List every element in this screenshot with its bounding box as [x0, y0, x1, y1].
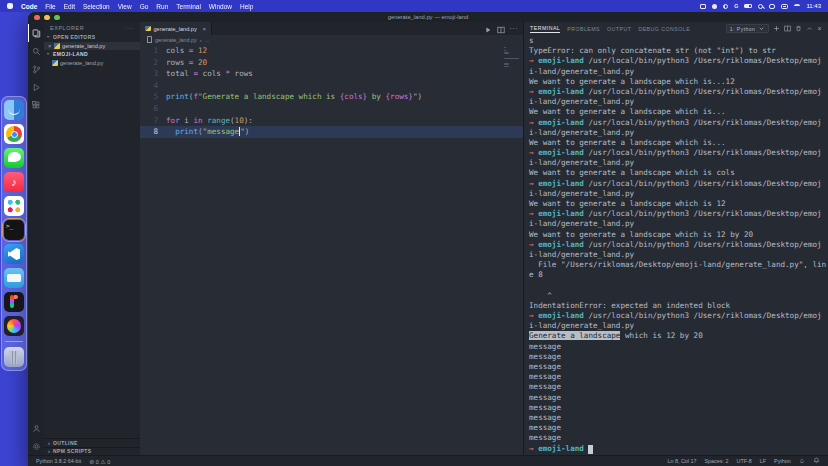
apple-menu-icon[interactable]: [7, 3, 13, 9]
terminal-line: → emoji-land /usr/local/bin/python3 /Use…: [529, 209, 828, 219]
menu-selection[interactable]: Selection: [83, 3, 110, 10]
minimap-line: [504, 47, 506, 48]
dock-vscode-icon[interactable]: [4, 244, 24, 264]
code-line[interactable]: 1cols = 12: [140, 45, 523, 57]
sidebar-actions-icon[interactable]: ···: [126, 25, 134, 31]
run-debug-icon[interactable]: [28, 78, 44, 96]
code-line[interactable]: 6: [140, 103, 523, 115]
account-icon[interactable]: [28, 419, 44, 437]
kill-terminal-icon[interactable]: [795, 25, 802, 33]
settings-gear-icon[interactable]: [28, 437, 44, 455]
notifications-bell-icon[interactable]: [813, 457, 820, 465]
code-line[interactable]: 4: [140, 80, 523, 92]
tab-generate-land[interactable]: generate_land.py ×: [140, 22, 212, 35]
terminal-line: → emoji-land /usr/local/bin/python3 /Use…: [529, 311, 828, 321]
extensions-icon[interactable]: [28, 96, 44, 114]
window-zoom-button[interactable]: [54, 15, 60, 21]
code-line[interactable]: 8 print("message"): [140, 126, 523, 138]
terminal-output[interactable]: sTypeError: can only concatenate str (no…: [524, 35, 828, 455]
menu-file[interactable]: File: [45, 3, 55, 10]
backup-status-icon[interactable]: [723, 4, 728, 9]
menu-terminal[interactable]: Terminal: [176, 3, 201, 10]
close-editor-icon[interactable]: ×: [48, 43, 52, 49]
tab-close-icon[interactable]: ×: [202, 26, 206, 32]
tab-terminal[interactable]: TERMINAL: [530, 25, 560, 33]
menu-edit[interactable]: Edit: [64, 3, 75, 10]
line-number: 4: [140, 80, 166, 92]
menu-view[interactable]: View: [118, 3, 132, 10]
menu-help[interactable]: Help: [240, 3, 253, 10]
dock-slack-icon[interactable]: [4, 196, 24, 216]
open-editor-item[interactable]: × generate_land.py: [44, 42, 140, 51]
more-actions-icon[interactable]: ···: [510, 25, 519, 32]
dock-chrome-icon[interactable]: [4, 124, 24, 144]
file-item-generate-land[interactable]: generate_land.py: [44, 59, 140, 68]
code-line[interactable]: 7for i in range(10):: [140, 115, 523, 127]
menubar-app-name[interactable]: Code: [21, 3, 37, 10]
terminal-line: message: [529, 423, 828, 433]
battery-icon[interactable]: [744, 4, 752, 9]
code-line[interactable]: 5print(f"Generate a landscape which is {…: [140, 91, 523, 103]
tab-output[interactable]: OUTPUT: [607, 26, 631, 32]
dock-messages-icon[interactable]: [4, 148, 24, 168]
menubar-clock[interactable]: 11:43: [806, 3, 821, 9]
spotlight-icon[interactable]: [758, 4, 763, 9]
eol-item[interactable]: LF: [760, 458, 766, 464]
outline-section-header[interactable]: › OUTLINE: [44, 438, 140, 447]
dock-terminal-icon[interactable]: >_: [4, 220, 24, 240]
cursor-position-item[interactable]: Ln 8, Col 17: [667, 458, 696, 464]
breadcrumb[interactable]: generate_land.py › …: [140, 35, 523, 44]
notification-icon[interactable]: [769, 4, 775, 9]
control-center-icon[interactable]: [781, 4, 788, 9]
dock-finder-icon[interactable]: [4, 100, 24, 120]
dock-music-icon[interactable]: ♪: [4, 172, 24, 192]
code-area[interactable]: 1cols = 122rows = 203total = cols * rows…: [140, 44, 523, 455]
dock-media-app-icon[interactable]: [4, 316, 24, 336]
minimap-line: [504, 66, 509, 67]
folder-header-emoji-land[interactable]: › EMOJI-LAND: [44, 50, 140, 59]
new-terminal-icon[interactable]: [773, 25, 780, 33]
minimap[interactable]: [504, 47, 520, 67]
terminal-line: message: [529, 382, 828, 392]
terminal-line: i-land/generate_land.py: [529, 128, 828, 138]
feedback-smiley-icon[interactable]: ☺: [799, 458, 805, 464]
panel-header: TERMINAL PROBLEMS OUTPUT DEBUG CONSOLE 1…: [524, 22, 828, 35]
file-icon: [147, 36, 152, 43]
dock: ♪ >_: [1, 96, 27, 371]
window-titlebar[interactable]: generate_land.py — emoji-land: [28, 12, 828, 22]
maximize-panel-icon[interactable]: [806, 25, 813, 33]
explorer-icon[interactable]: [28, 24, 44, 42]
menu-run[interactable]: Run: [156, 3, 168, 10]
close-panel-icon[interactable]: ×: [817, 25, 822, 32]
code-line[interactable]: 3total = cols * rows: [140, 68, 523, 80]
menu-window[interactable]: Window: [209, 3, 232, 10]
encoding-item[interactable]: UTF-8: [736, 458, 751, 464]
code-line[interactable]: 2rows = 20: [140, 57, 523, 69]
language-mode-item[interactable]: Python: [774, 458, 791, 464]
line-number: 5: [140, 91, 166, 103]
shell-selector[interactable]: 1: Python: [726, 24, 770, 33]
wifi-icon[interactable]: [794, 4, 800, 8]
menu-go[interactable]: Go: [140, 3, 149, 10]
open-editors-header[interactable]: › OPEN EDITORS: [44, 33, 140, 42]
dock-trash-icon[interactable]: [4, 347, 24, 367]
cloud-status-icon[interactable]: G: [734, 3, 738, 9]
problems-item[interactable]: ⊘ 0 ⚠ 0: [89, 458, 110, 465]
terminal-line: i-land/generate_land.py: [529, 250, 828, 260]
indentation-item[interactable]: Spaces: 2: [705, 458, 729, 464]
window-minimize-button[interactable]: [44, 15, 50, 21]
tab-debug-console[interactable]: DEBUG CONSOLE: [638, 26, 690, 32]
npm-scripts-section-header[interactable]: › NPM SCRIPTS: [44, 447, 140, 456]
editor-tab-bar: generate_land.py × ···: [140, 22, 523, 35]
window-close-button[interactable]: [34, 15, 40, 21]
dock-figma-icon[interactable]: [4, 292, 24, 312]
chevron-right-icon: ›: [48, 448, 50, 454]
source-control-icon[interactable]: [28, 60, 44, 78]
python-interpreter-item[interactable]: Python 3.8.2 64-bit: [36, 458, 81, 464]
app-status-icon[interactable]: [712, 4, 717, 9]
dock-blue-app-icon[interactable]: [4, 268, 24, 288]
split-terminal-icon[interactable]: [784, 25, 791, 33]
display-status-icon[interactable]: [700, 4, 706, 9]
tab-problems[interactable]: PROBLEMS: [567, 26, 600, 32]
search-icon[interactable]: [28, 42, 44, 60]
